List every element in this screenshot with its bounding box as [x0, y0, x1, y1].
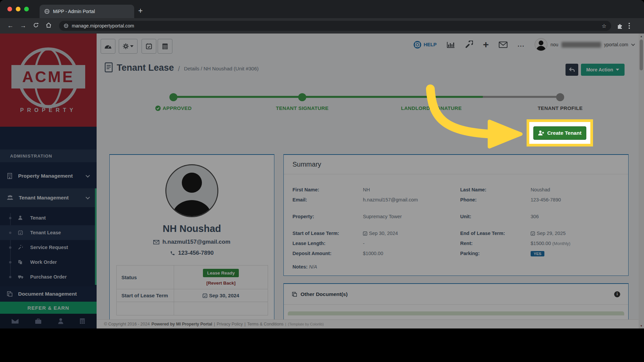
browser-tabstrip: MiPP - Admin Portal +	[0, 0, 644, 18]
sidebar-item-document-management[interactable]: Document Management	[0, 286, 97, 302]
more-action-button[interactable]: More Action	[581, 64, 625, 76]
sidebar-item-work-order[interactable]: Work Order	[0, 255, 97, 269]
terms-link[interactable]: Terms & Conditions	[247, 322, 283, 326]
notes-row: Notes: N/A	[292, 264, 620, 269]
scroll-up-arrow[interactable]: ▲	[639, 34, 644, 39]
notes-value: N/A	[309, 264, 317, 269]
lease-length-value: -	[363, 241, 460, 246]
revert-back-link[interactable]: [Revert Back]	[179, 281, 263, 286]
property-label: Property:	[292, 214, 363, 219]
check-circle-icon	[155, 106, 161, 111]
active-menu-accent	[95, 188, 97, 285]
account-menu[interactable]: nou yportal.com	[535, 38, 634, 51]
browser-menu-icon[interactable]	[629, 23, 630, 29]
page-viewport: ACME PROPERTY ADMINISTRATION Property Ma…	[0, 34, 644, 328]
reports-chart-icon[interactable]	[447, 41, 455, 49]
calculator-icon[interactable]	[79, 318, 85, 324]
bullet-dot	[9, 276, 11, 278]
acme-logo: ACME PROPERTY	[0, 34, 97, 127]
browser-tab[interactable]: MiPP - Admin Portal	[40, 5, 134, 18]
chevron-down-icon	[631, 42, 635, 46]
calendar-icon	[363, 231, 367, 236]
create-tenant-button[interactable]: Create Tenant	[533, 126, 586, 140]
table-row: Status Lease Ready [Revert Back]	[117, 265, 268, 289]
start-lease-label: Start of Lease Term:	[292, 231, 363, 236]
rent-value: $1500.00 (Monthly)	[531, 241, 620, 246]
tenant-name: NH Noushad	[110, 223, 274, 234]
sidebar-subitem-label: Purchase Order	[30, 274, 67, 280]
status-badge: Lease Ready	[203, 269, 239, 277]
settings-button[interactable]	[119, 39, 138, 54]
caret-down-icon	[130, 45, 133, 47]
summary-title: Summary	[284, 155, 628, 174]
tools-wrench-icon[interactable]	[465, 41, 473, 49]
unit-value: 306	[531, 214, 620, 219]
envelope-icon[interactable]	[11, 318, 19, 324]
address-bar[interactable]: manage.mipropertyportal.com ☆	[59, 21, 611, 31]
bullet-dot	[9, 217, 11, 219]
refer-and-earn-button[interactable]: REFER & EARN	[0, 302, 97, 314]
back-button[interactable]	[566, 64, 578, 76]
users-icon	[7, 195, 13, 200]
zoom-button[interactable]	[24, 7, 29, 11]
tenant-avatar	[165, 164, 218, 217]
last-name-label: Last Name:	[460, 187, 531, 192]
scrollbar-thumb[interactable]	[640, 40, 643, 70]
copy-icon	[7, 291, 13, 297]
browser-window: MiPP - Admin Portal + ← → manage.miprope…	[0, 0, 644, 328]
breadcrumb: Tenant Lease / Details / NH Noushad (Uni…	[105, 62, 259, 72]
start-lease-value: Sep 30, 2024	[363, 231, 460, 236]
step-label-tenant-signature: TENANT SIGNATURE	[265, 105, 339, 111]
info-icon[interactable]: i	[614, 291, 620, 297]
lease-length-label: Lease Length:	[292, 241, 363, 246]
powered-by-text: Powered by MI Property Portal	[151, 322, 212, 326]
help-button[interactable]: HELP	[414, 41, 437, 49]
dashboard-button[interactable]	[101, 39, 115, 54]
bookmark-star-icon[interactable]: ☆	[602, 23, 606, 29]
logo-sub-text: PROPERTY	[0, 107, 97, 113]
template-credit: (Template by Colorlib)	[288, 322, 324, 326]
page-scrollbar[interactable]: ▲ ▼	[639, 34, 644, 328]
sidebar-item-tenant-lease[interactable]: Tenant Lease	[0, 225, 97, 240]
end-lease-value: Sep 29, 2025	[531, 231, 620, 236]
sidebar-item-label: Document Management	[18, 291, 77, 297]
sidebar-item-purchase-order[interactable]: Purchase Order	[0, 269, 97, 284]
close-button[interactable]	[7, 7, 12, 11]
sidebar-item-tenant[interactable]: Tenant	[0, 210, 97, 225]
bullet-dot	[9, 232, 11, 234]
bullet-dot	[9, 261, 11, 263]
start-of-lease-value: Sep 30, 2024	[209, 293, 239, 298]
briefcase-icon[interactable]	[35, 318, 42, 324]
privacy-policy-link[interactable]: Privacy Policy	[217, 322, 243, 326]
step-node-tenant-signature	[298, 93, 306, 101]
back-nav-icon[interactable]: ←	[6, 22, 15, 29]
step-label-tenant-profile: TENANT PROFILE	[523, 105, 597, 111]
minimize-button[interactable]	[16, 7, 20, 11]
home-icon[interactable]	[44, 22, 53, 30]
logo-brand-text: ACME	[22, 68, 74, 86]
window-controls	[7, 7, 29, 11]
sidebar-item-tenant-management[interactable]: Tenant Management	[0, 188, 97, 207]
user-icon[interactable]	[58, 318, 63, 324]
sidebar-item-property-management[interactable]: Property Management	[0, 167, 97, 185]
messages-envelope-icon[interactable]	[499, 42, 507, 48]
tenant-management-submenu: Tenant Tenant Lease Service Request	[0, 207, 97, 286]
favicon-globe-icon	[44, 9, 50, 14]
calendar-button[interactable]	[142, 39, 156, 54]
deposit-value: $1000.00	[363, 251, 460, 256]
new-tab-button[interactable]: +	[138, 7, 143, 14]
more-ellipsis-icon[interactable]: ...	[518, 43, 525, 46]
sidebar-item-service-request[interactable]: Service Request	[0, 240, 97, 255]
reload-icon[interactable]	[32, 22, 40, 30]
calculator-button[interactable]	[158, 39, 172, 54]
page-footer: © Copyright 2016 - 2024 Powered by MI Pr…	[97, 319, 639, 328]
phone-label: Phone:	[460, 197, 531, 202]
phone-icon	[170, 251, 175, 256]
life-ring-icon	[414, 41, 421, 49]
sidebar-subitem-label: Tenant	[30, 215, 46, 221]
scroll-down-arrow[interactable]: ▼	[639, 323, 644, 328]
add-plus-icon[interactable]: +	[483, 41, 489, 48]
extensions-icon[interactable]	[616, 22, 623, 29]
forward-nav-icon[interactable]: →	[19, 22, 28, 29]
chevron-down-icon	[86, 173, 90, 178]
